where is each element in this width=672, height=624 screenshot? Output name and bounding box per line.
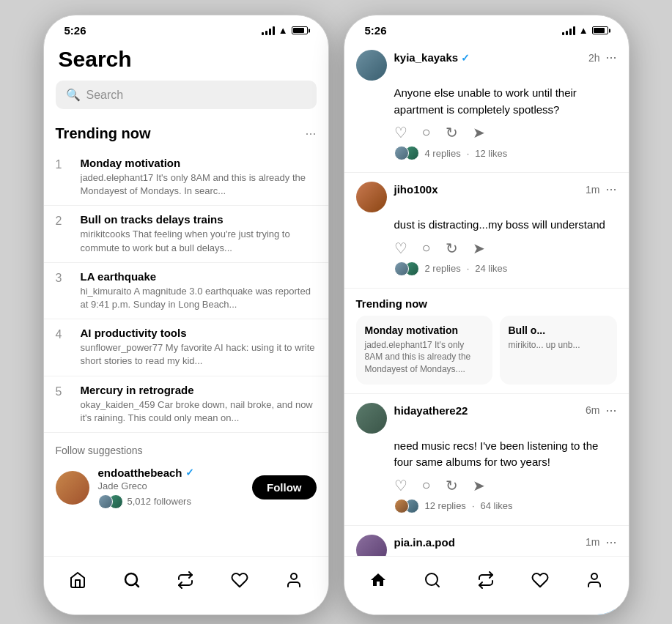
nav-home-left[interactable] bbox=[62, 564, 94, 596]
follow-item: endoatthebeach ✓ Jade Greco 5,012 follow… bbox=[56, 467, 317, 509]
post-2-time: 1m bbox=[586, 184, 599, 196]
share-btn-1[interactable]: ➤ bbox=[473, 124, 485, 141]
trend-title-2: Bull on tracks delays trains bbox=[81, 213, 317, 226]
post-1-time: 2h bbox=[588, 52, 600, 64]
trending-item-4[interactable]: 4 AI productivity tools sunflower_power7… bbox=[44, 319, 328, 376]
nav-repost-right[interactable] bbox=[470, 564, 502, 596]
post-4-more[interactable]: ··· bbox=[605, 535, 616, 550]
status-icons-right: ▲ bbox=[562, 25, 608, 36]
post-3-stats: 12 replies · 64 likes bbox=[394, 499, 617, 513]
post-1-replies: 4 replies bbox=[425, 148, 461, 159]
post-1-actions: ♡ ○ ↻ ➤ bbox=[394, 124, 617, 141]
like-btn-2[interactable]: ♡ bbox=[394, 239, 407, 257]
post-2-header: jiho100x 1m ··· bbox=[356, 182, 617, 212]
trend-desc-5: okay_kaiden_459 Car broke down, nail bro… bbox=[81, 398, 317, 425]
status-bar-right: 5:26 ▲ bbox=[344, 15, 629, 41]
repost-btn-3[interactable]: ↻ bbox=[446, 477, 458, 494]
nav-search-left[interactable] bbox=[116, 564, 148, 596]
post-2-likes: 24 likes bbox=[475, 263, 507, 274]
battery-icon-right bbox=[592, 26, 608, 34]
status-bar-left: 5:26 ▲ bbox=[44, 15, 328, 41]
trend-card-1-desc: jaded.elephant17 It's only 8AM and this … bbox=[365, 339, 484, 376]
trend-content-4: AI productivity tools sunflower_power77 … bbox=[81, 327, 317, 368]
follow-info: endoatthebeach ✓ Jade Greco 5,012 follow… bbox=[98, 467, 244, 509]
post-3-stat-avatars bbox=[394, 499, 419, 513]
nav-home-right[interactable] bbox=[362, 564, 394, 596]
trend-content-5: Mercury in retrograde okay_kaiden_459 Ca… bbox=[81, 384, 317, 425]
trend-card-2[interactable]: Bull o... mirikito... up unb... bbox=[500, 316, 617, 385]
like-btn-1[interactable]: ♡ bbox=[394, 124, 407, 141]
trend-number-3: 3 bbox=[56, 270, 69, 285]
search-icon: 🔍 bbox=[66, 88, 81, 102]
trend-card-1[interactable]: Monday motivation jaded.elephant17 It's … bbox=[356, 316, 492, 385]
trend-number-1: 1 bbox=[56, 157, 69, 171]
trending-list: 1 Monday motivation jaded.elephant17 It'… bbox=[44, 149, 328, 433]
status-icons-left: ▲ bbox=[262, 25, 308, 36]
trend-title-1: Monday motivation bbox=[81, 157, 317, 169]
trending-cards: Monday motivation jaded.elephant17 It's … bbox=[344, 316, 629, 385]
svg-point-2 bbox=[291, 573, 297, 579]
post-4-username-row: pia.in.a.pod 1m ··· bbox=[394, 535, 617, 550]
post-3-likes: 64 likes bbox=[481, 500, 513, 511]
trending-item-3[interactable]: 3 LA earthquake hi_kimuraito A magnitude… bbox=[44, 263, 328, 319]
trend-title-5: Mercury in retrograde bbox=[81, 384, 317, 396]
more-button[interactable]: ··· bbox=[305, 126, 316, 141]
post-1: kyia_kayaks ✓ 2h ··· Anyone else unable … bbox=[344, 41, 629, 173]
post-3-more[interactable]: ··· bbox=[605, 403, 616, 418]
search-bar[interactable]: 🔍 Search bbox=[56, 81, 317, 109]
post-1-meta: kyia_kayaks ✓ 2h ··· bbox=[394, 50, 617, 65]
share-btn-2[interactable]: ➤ bbox=[473, 239, 485, 257]
follow-button[interactable]: Follow bbox=[252, 475, 317, 499]
nav-profile-left[interactable] bbox=[278, 564, 310, 596]
nav-repost-left[interactable] bbox=[169, 564, 202, 596]
post-4-username: pia.in.a.pod bbox=[394, 536, 455, 549]
time-left: 5:26 bbox=[64, 24, 86, 37]
post-4-time: 1m bbox=[586, 536, 599, 548]
repost-btn-1[interactable]: ↻ bbox=[446, 124, 458, 141]
reply-btn-1[interactable]: ○ bbox=[422, 124, 431, 141]
trend-content-1: Monday motivation jaded.elephant17 It's … bbox=[81, 157, 317, 198]
right-phone-content: kyia_kayaks ✓ 2h ··· Anyone else unable … bbox=[344, 41, 629, 615]
post-2-more[interactable]: ··· bbox=[605, 182, 616, 197]
post-2-username-row: jiho100x 1m ··· bbox=[394, 182, 617, 197]
post-2: jiho100x 1m ··· dust is distracting...my… bbox=[344, 173, 629, 289]
reply-btn-2[interactable]: ○ bbox=[422, 239, 431, 257]
repost-btn-2[interactable]: ↻ bbox=[446, 239, 458, 257]
like-btn-3[interactable]: ♡ bbox=[394, 477, 407, 494]
post-3-replies: 12 replies bbox=[425, 500, 466, 511]
followers-info: 5,012 followers bbox=[98, 494, 244, 509]
trending-item-1[interactable]: 1 Monday motivation jaded.elephant17 It'… bbox=[44, 149, 328, 206]
trending-item-5[interactable]: 5 Mercury in retrograde okay_kaiden_459 … bbox=[44, 376, 328, 433]
left-phone-content: Search 🔍 Search Trending now ··· 1 Monda… bbox=[44, 41, 328, 521]
trend-number-4: 4 bbox=[56, 327, 69, 341]
follow-suggestions-title: Follow suggestions bbox=[56, 445, 317, 456]
bottom-nav-left bbox=[44, 556, 328, 614]
follow-suggestions: Follow suggestions endoatthebeach ✓ Jade… bbox=[44, 433, 328, 521]
trend-card-2-title: Bull o... bbox=[509, 324, 608, 336]
post-2-stats: 2 replies · 24 likes bbox=[394, 261, 617, 276]
nav-search-right[interactable] bbox=[416, 564, 448, 596]
follow-avatar bbox=[56, 471, 89, 505]
reply-btn-3[interactable]: ○ bbox=[422, 477, 431, 494]
trending-title: Trending now bbox=[56, 125, 151, 142]
post-1-username-row: kyia_kayaks ✓ 2h ··· bbox=[394, 50, 617, 65]
post-1-more[interactable]: ··· bbox=[605, 50, 616, 65]
trending-item-2[interactable]: 2 Bull on tracks delays trains mirikitco… bbox=[44, 206, 328, 262]
signal-bars-right bbox=[562, 26, 575, 35]
trend-title-4: AI productivity tools bbox=[81, 327, 317, 339]
nav-likes-left[interactable] bbox=[224, 564, 256, 596]
post-1-avatar bbox=[356, 50, 387, 81]
verified-badge: ✓ bbox=[185, 467, 194, 478]
post-3-username: hidayathere22 bbox=[394, 404, 468, 417]
post-3-text: need music recs! I've been listening to … bbox=[394, 438, 617, 471]
post-1-stat-avatars bbox=[394, 146, 419, 160]
post-2-meta: jiho100x 1m ··· bbox=[394, 182, 617, 197]
nav-likes-right[interactable] bbox=[524, 564, 556, 596]
trend-card-2-desc: mirikito... up unb... bbox=[509, 339, 608, 352]
post-3-actions: ♡ ○ ↻ ➤ bbox=[394, 477, 617, 494]
post-1-verified: ✓ bbox=[461, 52, 470, 64]
wifi-icon-left: ▲ bbox=[278, 25, 288, 36]
nav-profile-right[interactable] bbox=[578, 564, 610, 596]
share-btn-3[interactable]: ➤ bbox=[473, 477, 485, 494]
post-3-header: hidayathere22 6m ··· bbox=[356, 403, 617, 434]
